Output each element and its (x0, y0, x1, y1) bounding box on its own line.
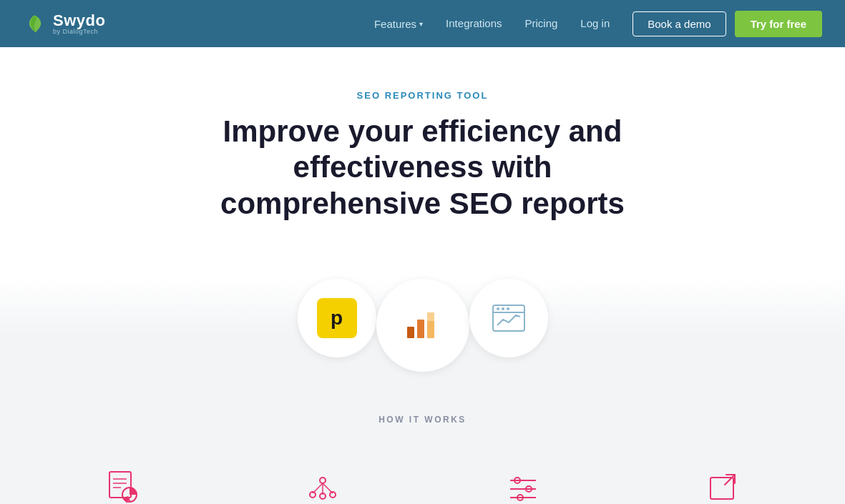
svg-point-8 (502, 307, 504, 310)
nav-item-integrations[interactable]: Integrations (446, 17, 502, 30)
powerbi-icon (404, 307, 441, 344)
tool-icons-section: p (0, 279, 845, 393)
connect-icon-item (223, 468, 423, 504)
share-icon-item (623, 468, 824, 504)
svg-rect-2 (417, 320, 424, 338)
report-icon (104, 468, 141, 504)
filter-icon (504, 468, 542, 504)
share-icon (705, 468, 742, 504)
pitchbox-tool: p (298, 279, 376, 357)
svg-rect-4 (427, 312, 434, 321)
how-it-works-label: HOW IT WORKS (14, 415, 831, 425)
svg-rect-10 (109, 472, 131, 498)
logo-icon (23, 11, 49, 36)
logo[interactable]: Swydo by DialogTech (23, 11, 105, 36)
nav-actions: Book a demo Try for free (632, 11, 822, 37)
hero-title: Improve your efficiency and effectivenes… (151, 114, 695, 222)
nav-item-login[interactable]: Log in (580, 17, 610, 30)
pitchbox-icon: p (317, 298, 357, 338)
logo-sub: by DialogTech (53, 29, 105, 35)
svg-point-9 (507, 307, 509, 310)
hero-section: SEO REPORTING TOOL Improve your efficien… (0, 47, 845, 279)
svg-point-7 (497, 307, 499, 310)
svg-rect-28 (710, 478, 733, 499)
nav-item-pricing[interactable]: Pricing (525, 17, 558, 30)
try-free-button[interactable]: Try for free (735, 11, 822, 37)
book-demo-button[interactable]: Book a demo (632, 11, 726, 36)
chevron-down-icon: ▾ (419, 20, 423, 28)
svg-rect-1 (407, 327, 414, 338)
nav-links: Features ▾ Integrations Pricing Log in (374, 17, 610, 30)
hero-eyebrow: SEO REPORTING TOOL (14, 90, 831, 101)
powerbi-tool (376, 279, 469, 372)
logo-name: Swydo (53, 13, 105, 29)
navbar: Swydo by DialogTech Features ▾ Integrati… (0, 0, 845, 47)
browser-icon (489, 298, 529, 338)
how-it-works-section: HOW IT WORKS (0, 393, 845, 453)
connect-icon (304, 468, 341, 504)
nav-item-features[interactable]: Features ▾ (374, 18, 423, 30)
svg-point-15 (320, 478, 326, 483)
browser-tool (469, 279, 548, 357)
bottom-icons-row (0, 453, 845, 504)
filter-icon-item (423, 468, 623, 504)
report-icon-item (22, 468, 223, 504)
